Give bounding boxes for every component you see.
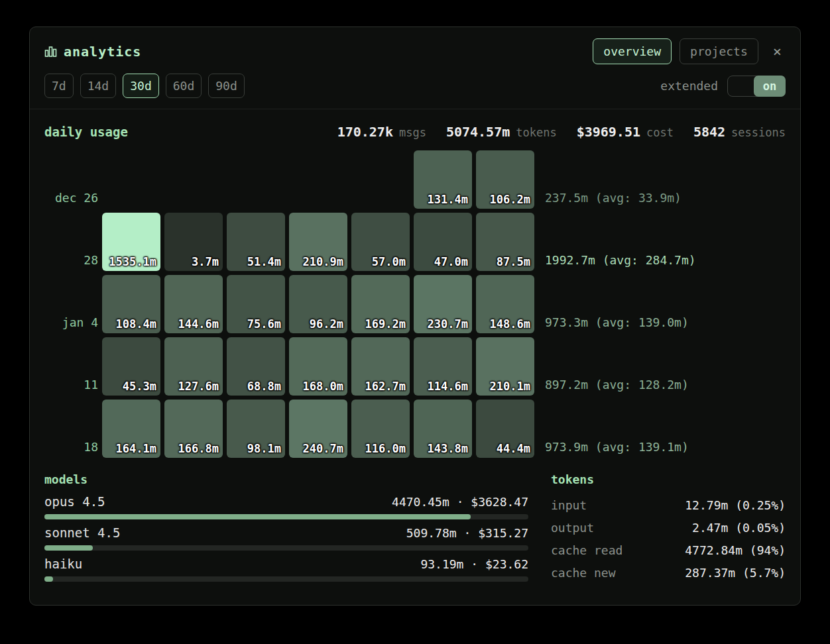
heatmap-cell[interactable]: 3.7m (164, 213, 223, 271)
tokens-list: input12.79m (0.25%)output2.47m (0.05%)ca… (551, 494, 786, 584)
models-title: models (44, 472, 528, 486)
stat-cost: $3969.51cost (577, 124, 674, 140)
tab-overview[interactable]: overview (593, 38, 672, 64)
token-value: 2.47m (0.05%) (692, 517, 786, 539)
heatmap-cell[interactable]: 166.8m (164, 400, 223, 458)
close-icon[interactable]: × (766, 43, 786, 60)
row-total: 237.5m (avg: 33.9m) (538, 191, 786, 209)
heatmap-cell[interactable]: 210.1m (476, 337, 534, 396)
heatmap-cell[interactable]: 44.4m (476, 400, 534, 458)
heatmap-row: jan 4108.4m144.6m75.6m96.2m169.2m230.7m1… (44, 275, 786, 333)
heatmap-cell-empty (351, 150, 410, 209)
heatmap-cell[interactable]: 106.2m (476, 150, 534, 209)
heatmap-cell[interactable]: 98.1m (227, 400, 285, 458)
heatmap-cell[interactable]: 57.0m (351, 213, 410, 271)
cell-value: 143.8m (428, 442, 468, 455)
heatmap-cell[interactable]: 87.5m (476, 213, 534, 271)
cell-value: 162.7m (365, 380, 406, 393)
cell-value: 230.7m (428, 317, 468, 331)
heatmap-cell[interactable]: 45.3m (102, 337, 160, 396)
range-30d[interactable]: 30d (123, 74, 159, 98)
model-row: haiku93.19m · $23.62 (44, 557, 528, 571)
view-tabs: overviewprojects (593, 38, 758, 64)
heatmap-cell[interactable]: 1535.1m (102, 213, 160, 271)
heatmap-cell[interactable]: 68.8m (227, 337, 285, 396)
heatmap-cell-empty (227, 150, 285, 209)
heatmap-cell[interactable]: 148.6m (476, 275, 534, 333)
row-total: 897.2m (avg: 128.2m) (538, 378, 786, 396)
range-14d[interactable]: 14d (80, 74, 117, 98)
token-label: output (551, 517, 594, 539)
heatmap-row: 281535.1m3.7m51.4m210.9m57.0m47.0m87.5m1… (44, 213, 786, 271)
heatmap-row: dec 26131.4m106.2m237.5m (avg: 33.9m) (44, 150, 786, 209)
extended-toggle[interactable]: on (727, 76, 786, 97)
models-panel: models opus 4.54470.45m · $3628.47sonnet… (44, 472, 528, 588)
bar-chart-icon (44, 45, 57, 58)
heatmap-cell[interactable]: 143.8m (414, 400, 472, 458)
heatmap-cell[interactable]: 108.4m (102, 275, 160, 333)
cell-value: 127.6m (178, 380, 219, 393)
token-value: 12.79m (0.25%) (685, 494, 786, 517)
stat-unit: msgs (399, 126, 426, 139)
heatmap-cell[interactable]: 96.2m (289, 275, 347, 333)
heatmap-cell[interactable]: 230.7m (414, 275, 472, 333)
token-row: input12.79m (0.25%) (551, 494, 786, 517)
analytics-window: analytics overviewprojects × 7d14d30d60d… (29, 27, 801, 606)
heatmap-cell[interactable]: 47.0m (414, 213, 472, 271)
heatmap-row: 1145.3m127.6m68.8m168.0m162.7m114.6m210.… (44, 337, 786, 396)
token-row: cache read4772.84m (94%) (551, 539, 786, 562)
cell-value: 96.2m (310, 317, 343, 331)
cell-value: 116.0m (365, 442, 406, 455)
extended-label: extended (660, 79, 718, 93)
heatmap-cell[interactable]: 116.0m (351, 400, 410, 458)
model-row: sonnet 4.5509.78m · $315.27 (44, 525, 528, 540)
heatmap-cell[interactable]: 162.7m (351, 337, 410, 396)
tokens-panel: tokens input12.79m (0.25%)output2.47m (0… (551, 472, 786, 588)
token-value: 4772.84m (94%) (685, 539, 786, 562)
model-bar-fill (44, 545, 93, 551)
heatmap-cell[interactable]: 240.7m (289, 400, 347, 458)
cell-value: 108.4m (116, 317, 156, 331)
range-60d[interactable]: 60d (166, 74, 202, 98)
heatmap-cell[interactable]: 168.0m (289, 337, 347, 396)
model-bar-fill (44, 576, 53, 582)
daily-usage-title: daily usage (44, 125, 128, 139)
cell-value: 98.1m (247, 442, 281, 455)
daily-usage-header: daily usage 170.27kmsgs5074.57mtokens$39… (30, 109, 800, 149)
heatmap-cell[interactable]: 127.6m (164, 337, 223, 396)
heatmap-cell[interactable]: 114.6m (414, 337, 472, 396)
heatmap-cell[interactable]: 169.2m (351, 275, 410, 333)
model-name: haiku (44, 557, 82, 571)
model-item: sonnet 4.5509.78m · $315.27 (44, 525, 528, 551)
row-total: 1992.7m (avg: 284.7m) (538, 253, 786, 271)
stat-msgs: 170.27kmsgs (337, 124, 426, 140)
token-row: output2.47m (0.05%) (551, 517, 786, 539)
range-90d[interactable]: 90d (208, 74, 245, 98)
heatmap-cell[interactable]: 164.1m (102, 400, 160, 458)
heatmap-cell[interactable]: 51.4m (227, 213, 285, 271)
row-label: jan 4 (44, 315, 98, 333)
range-selector: 7d14d30d60d90d (44, 74, 245, 98)
stat-value: 170.27k (337, 124, 393, 140)
model-item: haiku93.19m · $23.62 (44, 557, 528, 582)
model-value: 4470.45m · $3628.47 (392, 495, 528, 509)
model-value: 93.19m · $23.62 (420, 557, 528, 571)
range-7d[interactable]: 7d (44, 74, 74, 98)
stat-unit: cost (646, 126, 674, 139)
cell-value: 240.7m (303, 442, 343, 455)
cell-value: 144.6m (178, 317, 219, 331)
toggle-state-label: on (754, 76, 786, 97)
model-name: sonnet 4.5 (44, 525, 120, 540)
cell-value: 75.6m (247, 317, 281, 331)
stat-value: $3969.51 (577, 124, 640, 140)
heatmap-cell[interactable]: 210.9m (289, 213, 347, 271)
cell-value: 210.1m (490, 380, 530, 393)
heatmap-cell[interactable]: 75.6m (227, 275, 285, 333)
tab-projects[interactable]: projects (680, 38, 758, 64)
heatmap-cell[interactable]: 131.4m (414, 150, 472, 209)
cell-value: 44.4m (497, 442, 530, 455)
model-bar-track (44, 576, 528, 582)
token-label: cache read (551, 539, 622, 562)
model-bar-fill (44, 514, 471, 519)
heatmap-cell[interactable]: 144.6m (164, 275, 223, 333)
